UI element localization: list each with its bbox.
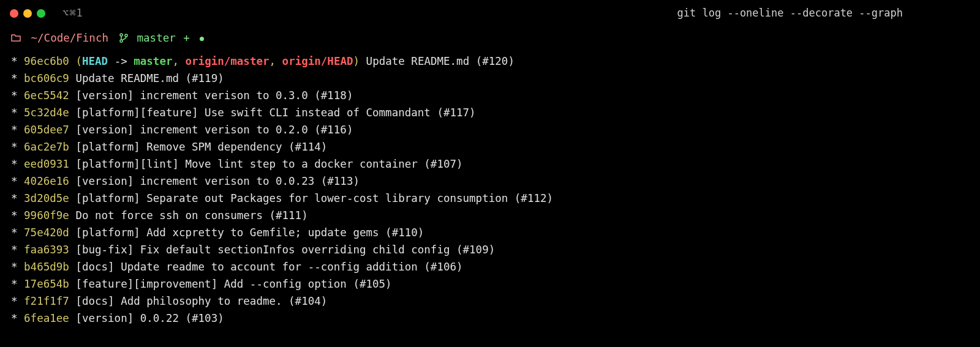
ref-separator: , [270, 55, 282, 67]
commit-hash: 6ec5542 [24, 89, 69, 102]
commit-line: * 96ec6b0 (HEAD -> master, origin/master… [11, 53, 969, 70]
commit-hash: 4026e16 [24, 175, 69, 187]
graph-marker: * [11, 124, 24, 136]
commit-line: * f21f1f7 [docs] Add philosophy to readm… [11, 293, 969, 310]
graph-marker: * [11, 312, 24, 324]
commit-hash: 75e420d [24, 226, 69, 239]
folder-icon [11, 32, 28, 44]
commit-message: [platform][feature] Use swift CLI instea… [75, 106, 475, 119]
commit-line: * 3d20d5e [platform] Separate out Packag… [11, 190, 969, 207]
zoom-icon[interactable] [37, 9, 45, 18]
window-title: git log --oneline --decorate --graph [83, 5, 970, 21]
graph-marker: * [11, 244, 24, 256]
branch-segment: master + [119, 29, 204, 47]
branch-status: + [183, 32, 190, 44]
commit-hash: 5c32d4e [24, 106, 69, 119]
graph-marker: * [11, 209, 24, 222]
graph-marker: * [11, 106, 24, 119]
graph-marker: * [11, 158, 24, 170]
commit-line: * b465d9b [docs] Update readme to accoun… [11, 258, 969, 275]
window-controls [10, 9, 45, 18]
svg-point-2 [125, 34, 127, 37]
commit-message: [bug-fix] Fix default sectionInfos overr… [75, 244, 495, 256]
graph-marker: * [11, 72, 24, 84]
commit-line: * 75e420d [platform] Add xcpretty to Gem… [11, 224, 969, 241]
commit-line: * 6ac2e7b [platform] Remove SPM dependen… [11, 138, 969, 155]
commit-message: Update README.md (#120) [366, 55, 514, 67]
commit-hash: bc606c9 [24, 72, 69, 84]
ref-remote: origin/HEAD [282, 55, 353, 67]
graph-marker: * [11, 226, 24, 239]
decoration-open: ( [75, 55, 82, 67]
commit-message: [docs] Update readme to account for --co… [75, 261, 462, 273]
commit-line: * 5c32d4e [platform][feature] Use swift … [11, 104, 969, 121]
git-branch-icon [119, 32, 135, 44]
branch-name: master [137, 32, 176, 44]
commit-message: Do not force ssh on consumers (#111) [75, 209, 307, 222]
ref-arrow: -> [108, 55, 134, 67]
commit-line: * 605dee7 [version] increment verison to… [11, 121, 969, 138]
graph-marker: * [11, 141, 24, 153]
commit-message: [version] increment verison to 0.0.23 (#… [75, 175, 360, 187]
ref-remote: origin/master [186, 55, 270, 67]
titlebar: ⌥⌘1 git log --oneline --decorate --graph [0, 0, 980, 27]
commit-line: * 9960f9e Do not force ssh on consumers … [11, 207, 969, 224]
graph-marker: * [11, 55, 24, 67]
commit-message: Update README.md (#119) [75, 72, 224, 84]
commit-hash: eed0931 [24, 158, 69, 170]
commit-hash: faa6393 [24, 244, 69, 256]
commit-line: * 17e654b [feature][improvement] Add --c… [11, 275, 969, 293]
minimize-icon[interactable] [23, 9, 32, 18]
commit-line: * 6fea1ee [version] 0.0.22 (#103) [11, 310, 969, 327]
commit-hash: b465d9b [24, 261, 69, 273]
commit-message: [platform] Add xcpretty to Gemfile; upda… [75, 226, 424, 239]
commit-line: * 4026e16 [version] increment verison to… [11, 173, 969, 190]
tab-indicator: ⌥⌘1 [62, 5, 83, 21]
commit-message: [version] increment verison to 0.2.0 (#1… [75, 124, 353, 136]
commit-message: [platform][lint] Move lint step to a doc… [75, 158, 462, 170]
graph-marker: * [11, 278, 24, 290]
graph-marker: * [11, 175, 24, 187]
commit-hash: 17e654b [24, 278, 69, 290]
commit-hash: 96ec6b0 [24, 55, 69, 67]
ref-branch: master [134, 55, 172, 67]
ref-separator: , [172, 55, 185, 67]
graph-marker: * [11, 261, 24, 273]
svg-point-0 [120, 34, 123, 36]
cwd-segment: ~/Code/Finch [11, 29, 108, 47]
commit-line: * 6ec5542 [version] increment verison to… [11, 87, 969, 104]
commit-hash: 9960f9e [24, 209, 69, 222]
prompt-line: ~/Code/Finch master + [0, 27, 980, 53]
commit-message: [feature][improvement] Add --config opti… [75, 278, 391, 290]
commit-hash: 605dee7 [24, 124, 69, 136]
commit-line: * eed0931 [platform][lint] Move lint ste… [11, 155, 969, 173]
commit-hash: 3d20d5e [24, 192, 69, 204]
commit-line: * bc606c9 Update README.md (#119) [11, 70, 969, 87]
close-icon[interactable] [10, 9, 18, 18]
cwd-path: ~/Code/Finch [31, 32, 108, 44]
commit-hash: f21f1f7 [24, 295, 69, 307]
commit-message: [version] 0.0.22 (#103) [75, 312, 224, 324]
commit-hash: 6ac2e7b [24, 141, 69, 153]
decoration-close: ) [353, 55, 360, 67]
graph-marker: * [11, 89, 24, 102]
commit-message: [platform] Remove SPM dependency (#114) [75, 141, 327, 153]
graph-marker: * [11, 295, 24, 307]
git-log-output[interactable]: * 96ec6b0 (HEAD -> master, origin/master… [0, 53, 980, 327]
status-dot-icon [200, 37, 204, 41]
commit-line: * faa6393 [bug-fix] Fix default sectionI… [11, 241, 969, 258]
commit-message: [version] increment verison to 0.3.0 (#1… [75, 89, 353, 102]
commit-message: [platform] Separate out Packages for low… [75, 192, 553, 204]
commit-hash: 6fea1ee [24, 312, 69, 324]
commit-message: [docs] Add philosophy to readme. (#104) [75, 295, 327, 307]
ref-head: HEAD [82, 55, 108, 67]
svg-point-1 [120, 40, 123, 42]
graph-marker: * [11, 192, 24, 204]
